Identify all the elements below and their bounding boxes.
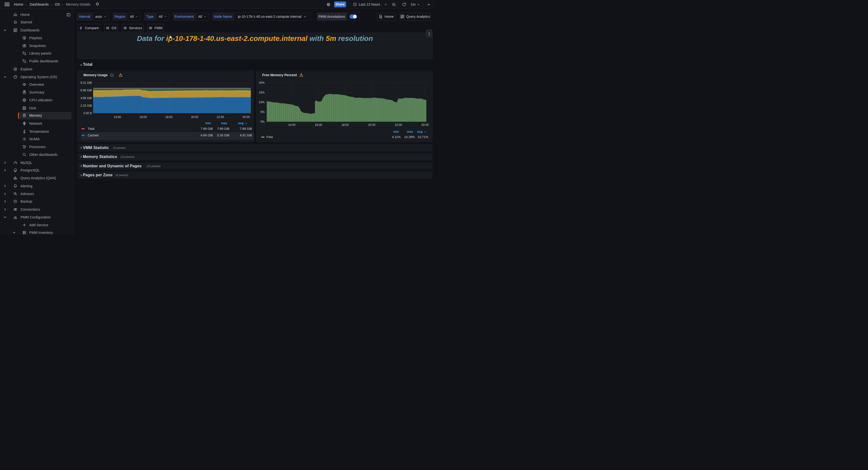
svg-text:6.98 GiB: 6.98 GiB	[81, 89, 92, 92]
svg-text:14:00: 14:00	[288, 123, 295, 127]
svg-text:15%: 15%	[259, 91, 265, 94]
svg-text:5%: 5%	[260, 110, 265, 114]
svg-text:4.66 GiB: 4.66 GiB	[81, 96, 92, 100]
svg-text:18:00: 18:00	[341, 123, 348, 127]
svg-text:2.33 GiB: 2.33 GiB	[81, 104, 92, 107]
svg-text:10%: 10%	[259, 101, 265, 104]
svg-text:0%: 0%	[260, 120, 265, 123]
svg-text:22:00: 22:00	[395, 123, 402, 127]
svg-text:20:00: 20:00	[191, 116, 198, 119]
svg-text:00:00: 00:00	[421, 123, 429, 127]
svg-text:18:00: 18:00	[165, 116, 173, 119]
svg-text:20:00: 20:00	[368, 123, 375, 127]
svg-text:22:00: 22:00	[217, 116, 224, 119]
svg-text:16:00: 16:00	[315, 123, 322, 127]
svg-text:14:00: 14:00	[114, 116, 121, 119]
svg-text:16:00: 16:00	[139, 116, 147, 119]
svg-text:20%: 20%	[259, 81, 265, 85]
svg-text:00:00: 00:00	[242, 116, 250, 119]
svg-text:9.31 GiB: 9.31 GiB	[81, 81, 92, 85]
svg-text:0.00 B: 0.00 B	[83, 112, 92, 115]
